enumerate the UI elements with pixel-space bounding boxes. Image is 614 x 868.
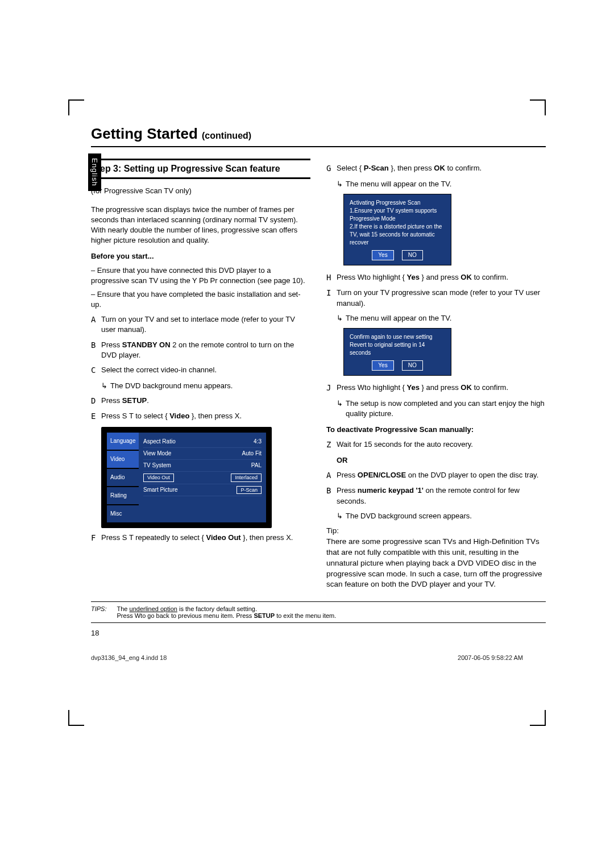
step-d: D Press SETUP. <box>91 396 310 407</box>
before-note-1: – Ensure that you have connected this DV… <box>91 265 310 286</box>
step-e: E Press S T to select { Video }, then pr… <box>91 411 310 422</box>
dialog-activate-pscan: Activating Progressive Scan 1.Ensure you… <box>343 194 451 265</box>
dialog-confirm-setting: Confirm again to use new setting Revert … <box>343 328 451 376</box>
step-h: H Press Wto highlight { Yes } and press … <box>326 272 546 284</box>
right-column: G Select { P-Scan }, then press OK to co… <box>326 159 546 590</box>
menu-tab-misc: Misc <box>107 505 139 522</box>
step-a: A Turn on your TV and set to interlace m… <box>91 314 310 335</box>
footer-timestamp: 2007-06-05 9:58:22 AM <box>458 654 523 661</box>
step-g-sub: ↳The menu will appear on the TV. <box>337 179 546 189</box>
crop-mark <box>530 99 546 101</box>
title-continued: (continued) <box>202 131 251 140</box>
page-title: Getting Started (continued) <box>91 125 546 147</box>
step-a2: A Press OPEN/CLOSE on the DVD player to … <box>326 470 546 481</box>
deactivate-heading: To deactivate Progressive Scan manually: <box>326 425 546 435</box>
step-c-sub: ↳The DVD background menu appears. <box>101 381 310 391</box>
left-column: Step 3: Setting up Progressive Scan feat… <box>91 159 310 590</box>
menu-tab-video: Video <box>107 451 139 468</box>
dialog-yes-button: Yes <box>372 250 393 260</box>
footer-file: dvp3136_94_eng 4.indd 18 <box>91 654 167 661</box>
before-heading: Before you start... <box>91 251 310 261</box>
or-label: OR <box>337 455 546 466</box>
language-tab: English <box>88 153 101 191</box>
step-b2-sub: ↳The DVD background screen appears. <box>337 511 546 521</box>
step-b: B Press STANDBY ON 2 on the remote contr… <box>91 340 310 360</box>
step-j: J Press Wto highlight { Yes } and press … <box>326 383 546 394</box>
dialog-no-button: NO <box>402 360 423 371</box>
step-c: C Select the correct video-in channel. <box>91 365 310 376</box>
step-f: F Press S T repeatedly to select { Video… <box>91 533 310 544</box>
tips-footer-box: TIPS: The underlined option is the facto… <box>91 601 546 623</box>
tip-body: There are some progressive scan TVs and … <box>326 537 542 589</box>
page-number: 18 <box>91 629 546 637</box>
before-note-2: – Ensure that you have completed the bas… <box>91 289 310 310</box>
dialog-no-button: NO <box>402 250 423 260</box>
menu-tab-rating: Rating <box>107 487 139 504</box>
menu-list: Aspect Ratio4:3 View ModeAuto Fit TV Sys… <box>139 433 266 522</box>
dialog-yes-button: Yes <box>372 360 393 371</box>
step-i: I Turn on your TV progressive scan mode … <box>326 288 546 308</box>
step-z: Z Wait for 15 seconds for the auto recov… <box>326 439 546 451</box>
menu-tab-audio: Audio <box>107 469 139 486</box>
tip-block: Tip: There are some progressive scan TVs… <box>326 526 546 590</box>
step-g: G Select { P-Scan }, then press OK to co… <box>326 163 546 175</box>
step-j-sub: ↳The setup is now completed and you can … <box>337 398 546 419</box>
crop-mark <box>68 99 84 101</box>
tips-label: TIPS: <box>91 605 107 619</box>
print-footer: dvp3136_94_eng 4.indd 18 2007-06-05 9:58… <box>91 654 523 661</box>
step-i-sub: ↳The menu will appear on the TV. <box>337 313 546 323</box>
intro-body: The progressive scan displays twice the … <box>91 205 310 246</box>
tip-label: Tip: <box>326 526 339 535</box>
title-main: Getting Started <box>91 125 198 142</box>
setup-menu-illustration: Language Video Audio Rating Misc Aspect … <box>101 427 272 528</box>
menu-tab-language: Language <box>107 433 139 450</box>
step-heading: Step 3: Setting up Progressive Scan feat… <box>91 159 310 179</box>
intro-subtitle: (for Progressive Scan TV only) <box>91 186 310 196</box>
step-b2: B Press numeric keypad '1' on the remote… <box>326 485 546 506</box>
